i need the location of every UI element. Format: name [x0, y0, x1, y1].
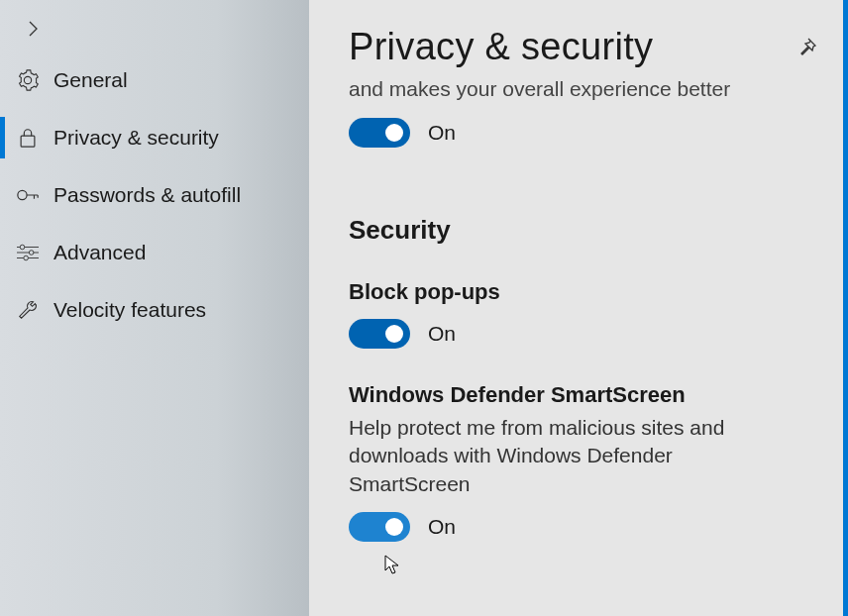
- page-title: Privacy & security: [349, 26, 653, 68]
- sidebar-item-label: Passwords & autofill: [53, 183, 241, 207]
- setting-title-smartscreen: Windows Defender SmartScreen: [349, 382, 808, 408]
- toggle-knob: [385, 325, 403, 343]
- key-icon: [16, 183, 40, 207]
- wrench-icon: [16, 298, 40, 322]
- sidebar-item-general[interactable]: General: [0, 51, 309, 109]
- sidebar-back-row[interactable]: [0, 6, 309, 51]
- sidebar-item-label: Advanced: [53, 241, 146, 264]
- sidebar-item-label: General: [53, 68, 128, 92]
- toggle-experience[interactable]: [349, 118, 410, 148]
- sidebar-item-privacy-security[interactable]: Privacy & security: [0, 109, 309, 166]
- svg-point-1: [18, 190, 27, 199]
- pin-icon[interactable]: [795, 36, 818, 59]
- toggle-block-popups[interactable]: [349, 319, 410, 349]
- sidebar-item-advanced[interactable]: Advanced: [0, 224, 309, 281]
- section-heading-security: Security: [349, 215, 808, 246]
- setting-title-block-popups: Block pop-ups: [349, 279, 808, 305]
- sliders-icon: [16, 241, 40, 264]
- sidebar-item-label: Velocity features: [53, 298, 206, 322]
- setting-description-partial: and makes your overall experience better: [349, 80, 808, 101]
- toggle-knob: [385, 518, 403, 536]
- svg-rect-0: [21, 136, 35, 147]
- svg-point-2: [20, 245, 25, 250]
- sidebar-item-velocity-features[interactable]: Velocity features: [0, 281, 309, 339]
- setting-toggle-row: On: [349, 319, 808, 349]
- toggle-state-label: On: [428, 322, 456, 346]
- sidebar-item-label: Privacy & security: [53, 126, 219, 150]
- setting-description-smartscreen: Help protect me from malicious sites and…: [349, 414, 765, 498]
- main-scroll: and makes your overall experience better…: [309, 80, 848, 616]
- setting-toggle-row: On: [349, 118, 808, 148]
- toggle-smartscreen[interactable]: [349, 512, 410, 542]
- toggle-state-label: On: [428, 121, 456, 145]
- svg-point-3: [29, 251, 34, 256]
- toggle-state-label: On: [428, 515, 456, 539]
- gear-icon: [16, 68, 40, 92]
- main-header: Privacy & security: [309, 0, 848, 80]
- sidebar: General Privacy & security Passwords & a…: [0, 0, 309, 616]
- setting-toggle-row: On: [349, 512, 808, 542]
- svg-point-4: [24, 256, 29, 260]
- chevron-right-icon: [22, 17, 46, 41]
- lock-icon: [16, 126, 40, 150]
- toggle-knob: [385, 124, 403, 142]
- sidebar-item-passwords-autofill[interactable]: Passwords & autofill: [0, 166, 309, 224]
- main-panel: Privacy & security and makes your overal…: [309, 0, 848, 616]
